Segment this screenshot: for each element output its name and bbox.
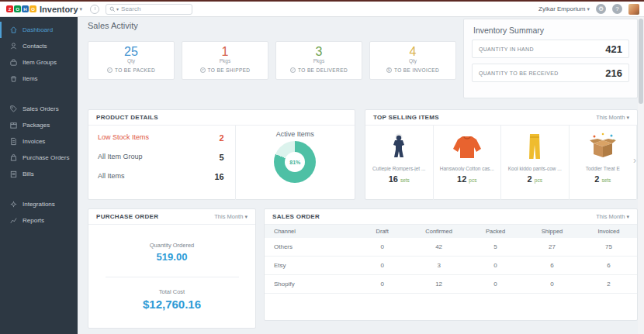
top-item-2[interactable]: Hanswooly Cotton cas... 12 pcs — [434, 126, 502, 200]
sidebar-item-item-groups[interactable]: Item Groups — [0, 54, 78, 71]
sweater-product-image — [434, 130, 501, 163]
carousel-next-icon[interactable]: › — [633, 155, 636, 166]
card-to-be-delivered[interactable]: 3 Pkgs ✓ TO BE DELIVERED — [275, 41, 362, 80]
person-icon — [9, 42, 18, 50]
top-item-1[interactable]: Cutiepie Rompers-jet ... 16 sets — [365, 126, 434, 200]
row-value: 216 — [605, 67, 622, 79]
card-status-label: TO BE PACKED — [115, 67, 155, 73]
integrations-icon — [9, 200, 18, 208]
top-bar: Z O H O Inventory ▾ ▾ Zylkar Emporium ▾ … — [0, 2, 644, 17]
channel-cell: Others — [265, 243, 354, 250]
inventory-summary-title: Inventory Summary — [464, 19, 637, 40]
all-items-link[interactable]: All Items 16 — [98, 172, 224, 181]
divider — [106, 277, 239, 277]
period-label: This Month — [596, 114, 625, 121]
box-product-image — [570, 130, 637, 163]
card-value: 4 — [370, 45, 455, 58]
sidebar-item-purchase-orders[interactable]: Purchase Orders — [0, 150, 78, 166]
top-item-3[interactable]: Kool kiddo pants-cow ... 2 pcs — [501, 126, 570, 200]
scrollbar-thumb[interactable] — [639, 19, 643, 104]
card-value: 25 — [88, 45, 174, 58]
table-row: Shopify 0 12 0 0 2 — [265, 275, 637, 294]
sidebar-item-invoices[interactable]: Invoices — [0, 133, 78, 150]
document-icon — [9, 137, 18, 146]
help-icon[interactable]: ? — [612, 4, 622, 14]
zoho-logo[interactable]: Z O H O — [6, 5, 36, 12]
sales-activity-cards: 25 Qty ✓ TO BE PACKED 1 Pkgs ↗ TO BE SHI… — [88, 41, 458, 80]
sidebar-item-reports[interactable]: Reports — [0, 212, 78, 229]
user-avatar[interactable] — [628, 4, 639, 15]
search-scope-caret-icon[interactable]: ▾ — [116, 6, 119, 12]
total-cost-label: Total Cost — [88, 288, 255, 295]
col-header: Shipped — [524, 228, 580, 235]
quantity-ordered-value[interactable]: 519.00 — [88, 251, 255, 263]
active-items-label: Active Items — [236, 130, 355, 138]
active-items-donut: 81% — [274, 141, 316, 183]
top-selling-title: TOP SELLING ITEMS — [373, 114, 439, 121]
all-item-group-link[interactable]: All Item Group 5 — [98, 153, 224, 162]
item-name: Hanswooly Cotton cas... — [434, 166, 501, 171]
romper-product-image — [365, 130, 433, 163]
quantity-in-hand-row: QUANTITY IN HAND 421 — [472, 40, 629, 58]
row-value: 2 — [220, 133, 224, 143]
cell: 0 — [467, 281, 524, 288]
sales-activity-title: Sales Activity — [88, 21, 138, 30]
cell: 3 — [410, 262, 467, 269]
recent-activities-icon[interactable] — [90, 5, 99, 14]
sidebar-item-sales-orders[interactable]: Sales Orders — [0, 101, 78, 117]
card-to-be-shipped[interactable]: 1 Pkgs ↗ TO BE SHIPPED — [182, 41, 268, 80]
product-details-title: PRODUCT DETAILS — [96, 114, 158, 121]
sidebar-item-packages[interactable]: Packages — [0, 117, 78, 133]
chevron-down-icon: ▾ — [244, 214, 248, 219]
table-row: Others 0 42 5 27 75 — [265, 238, 637, 257]
card-to-be-packed[interactable]: 25 Qty ✓ TO BE PACKED — [88, 41, 175, 80]
sidebar-item-items[interactable]: Items — [0, 71, 78, 87]
sidebar-item-dashboard[interactable]: Dashboard — [0, 22, 78, 38]
sidebar-item-bills[interactable]: Bills — [0, 166, 78, 182]
total-cost-value[interactable]: $12,760.16 — [88, 298, 255, 311]
top-selling-period-dropdown[interactable]: This Month ▾ — [596, 114, 629, 121]
card-value: 1 — [182, 45, 268, 58]
sidebar-item-integrations[interactable]: Integrations — [0, 196, 78, 212]
product-details-panel: PRODUCT DETAILS Low Stock Items 2 All It… — [88, 109, 355, 200]
card-to-be-invoiced[interactable]: 4 Qty $ TO BE INVOICED — [369, 41, 456, 80]
app-switcher-caret-icon[interactable]: ▾ — [80, 6, 83, 12]
item-unit: pcs — [535, 177, 542, 183]
item-name: Kool kiddo pants-cow ... — [501, 166, 569, 171]
chevron-down-icon: ▾ — [626, 115, 629, 120]
top-item-4[interactable]: Toddler Treat E 2 sets — [570, 126, 638, 200]
row-label: All Items — [98, 172, 125, 181]
tag-icon — [9, 105, 18, 113]
dashboard-main: Sales Activity 25 Qty ✓ TO BE PACKED 1 P… — [78, 17, 644, 334]
row-label: QUANTITY TO BE RECEIVED — [479, 71, 559, 76]
sales-order-period-dropdown[interactable]: This Month ▾ — [596, 213, 629, 220]
logo-letter: O — [29, 5, 36, 12]
row-value: 421 — [605, 43, 622, 55]
channel-cell: Shopify — [265, 281, 354, 288]
receipt-icon — [9, 170, 18, 178]
app-name[interactable]: Inventory — [40, 5, 78, 14]
card-status-label: TO BE SHIPPED — [208, 67, 251, 73]
purchase-order-period-dropdown[interactable]: This Month ▾ — [214, 213, 248, 220]
packed-status-icon: ✓ — [107, 67, 113, 73]
quantity-ordered-label: Quantity Ordered — [88, 242, 255, 249]
cell: 6 — [580, 262, 637, 269]
sidebar-item-contacts[interactable]: Contacts — [0, 38, 78, 54]
card-unit: Qty — [88, 58, 174, 64]
channel-cell: Etsy — [265, 262, 354, 269]
period-label: This Month — [596, 213, 625, 220]
items-icon — [9, 74, 18, 83]
settings-gear-icon[interactable]: ⚙ — [596, 4, 606, 14]
search-input[interactable] — [121, 5, 183, 12]
col-header: Draft — [354, 228, 410, 235]
org-caret-icon[interactable]: ▾ — [587, 6, 590, 12]
item-name: Toddler Treat E — [570, 166, 637, 171]
sidebar-item-label: Packages — [23, 122, 50, 129]
search-box[interactable]: ▾ — [106, 4, 192, 15]
quantity-to-be-received-row: QUANTITY TO BE RECEIVED 216 — [472, 64, 629, 82]
item-name: Cutiepie Rompers-jet ... — [365, 166, 433, 171]
card-value: 3 — [276, 45, 362, 58]
low-stock-items-link[interactable]: Low Stock Items 2 — [98, 133, 224, 143]
org-name[interactable]: Zylkar Emporium — [538, 5, 585, 12]
item-unit: pcs — [469, 177, 476, 183]
